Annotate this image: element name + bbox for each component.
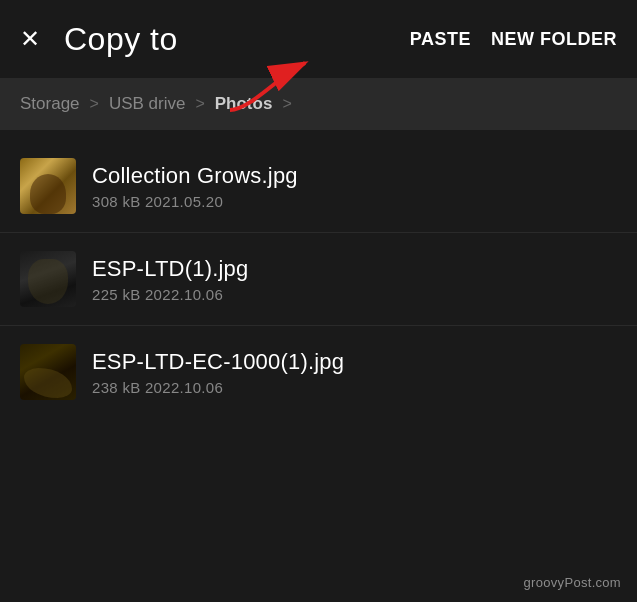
close-button[interactable]: ✕ xyxy=(20,27,40,51)
file-info: ESP-LTD(1).jpg225 kB 2022.10.06 xyxy=(92,256,248,303)
file-info: ESP-LTD-EC-1000(1).jpg238 kB 2022.10.06 xyxy=(92,349,344,396)
list-item[interactable]: ESP-LTD-EC-1000(1).jpg238 kB 2022.10.06 xyxy=(0,326,637,418)
breadcrumb-sep-2: > xyxy=(195,95,204,113)
watermark: groovyPost.com xyxy=(524,575,621,590)
paste-button[interactable]: PASTE xyxy=(410,29,471,50)
file-name: ESP-LTD-EC-1000(1).jpg xyxy=(92,349,344,375)
breadcrumb-photos[interactable]: Photos xyxy=(215,94,273,114)
breadcrumb: Storage > USB drive > Photos > xyxy=(0,78,637,130)
file-meta: 225 kB 2022.10.06 xyxy=(92,286,248,303)
page-title: Copy to xyxy=(64,21,178,58)
file-name: ESP-LTD(1).jpg xyxy=(92,256,248,282)
file-meta: 238 kB 2022.10.06 xyxy=(92,379,344,396)
new-folder-button[interactable]: NEW FOLDER xyxy=(491,29,617,50)
file-thumbnail xyxy=(20,251,76,307)
list-item[interactable]: Collection Grows.jpg308 kB 2021.05.20 xyxy=(0,140,637,233)
file-meta: 308 kB 2021.05.20 xyxy=(92,193,298,210)
file-thumbnail xyxy=(20,158,76,214)
header: ✕ Copy to PASTE NEW FOLDER xyxy=(0,0,637,78)
file-thumbnail xyxy=(20,344,76,400)
breadcrumb-sep-3: > xyxy=(282,95,291,113)
file-name: Collection Grows.jpg xyxy=(92,163,298,189)
breadcrumb-sep-1: > xyxy=(90,95,99,113)
breadcrumb-usb[interactable]: USB drive xyxy=(109,94,186,114)
breadcrumb-storage[interactable]: Storage xyxy=(20,94,80,114)
file-list: Collection Grows.jpg308 kB 2021.05.20ESP… xyxy=(0,130,637,428)
list-item[interactable]: ESP-LTD(1).jpg225 kB 2022.10.06 xyxy=(0,233,637,326)
file-info: Collection Grows.jpg308 kB 2021.05.20 xyxy=(92,163,298,210)
